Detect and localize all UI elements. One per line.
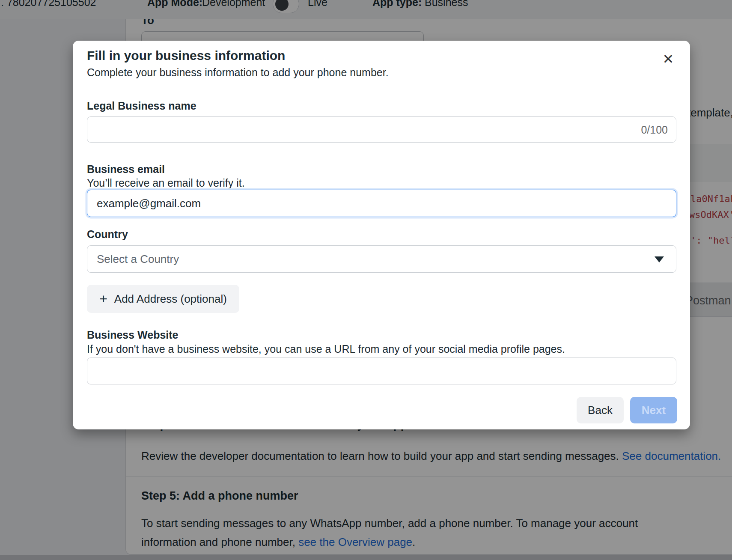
country-label: Country [87,228,128,241]
business-email-input[interactable] [87,190,676,217]
dialog-subtitle: Complete your business information to ad… [87,66,389,79]
plus-icon: + [99,292,107,306]
next-button[interactable]: Next [630,397,677,423]
business-website-label: Business Website [87,329,179,341]
business-email-label: Business email [87,163,165,176]
legal-name-input[interactable] [87,116,676,143]
chevron-down-icon [655,256,664,262]
page: To template, c la0Nf1ak wsOdKAX' ': "hel… [0,0,732,560]
legal-name-label: Legal Business name [87,100,196,112]
back-button[interactable]: Back [577,397,624,423]
add-address-button[interactable]: + Add Address (optional) [87,285,239,313]
business-email-helper: You’ll receive an email to verify it. [87,177,245,189]
country-select[interactable]: Select a Country [87,245,676,273]
country-placeholder: Select a Country [97,253,179,266]
add-address-label: Add Address (optional) [114,292,227,306]
business-website-helper: If you don't have a business website, yo… [87,343,565,355]
dialog-title: Fill in your business information [87,48,285,63]
business-info-dialog: Fill in your business information Comple… [73,41,690,429]
close-icon[interactable]: ✕ [658,49,678,69]
char-counter: 0/100 [641,124,668,136]
business-website-input[interactable] [87,357,676,384]
